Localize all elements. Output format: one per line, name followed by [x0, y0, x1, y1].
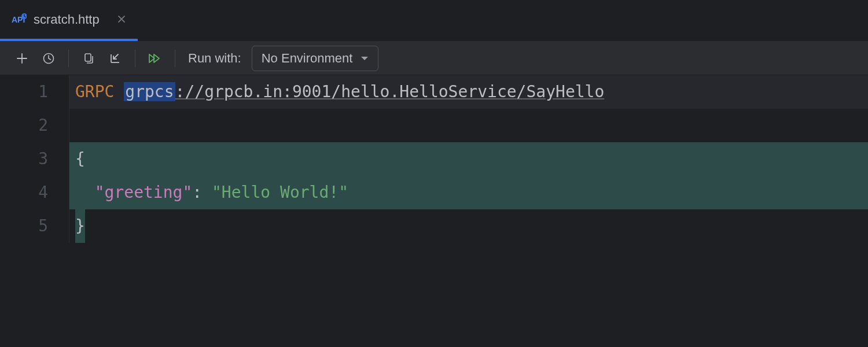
tab-bar: API scratch.http — [0, 0, 868, 42]
chevron-down-icon — [361, 53, 369, 64]
line-number: 5 — [0, 209, 48, 243]
toolbar-separator — [68, 50, 69, 67]
json-string: "Hello World!" — [212, 183, 348, 202]
code-line[interactable]: { — [69, 142, 868, 176]
gutter: 1 2 3 4 5 — [0, 75, 69, 243]
copy-button[interactable] — [78, 48, 99, 69]
toolbar: Run with: No Environment — [0, 42, 868, 75]
environment-select-label: No Environment — [262, 51, 353, 66]
url-scheme-selection: grpcs — [124, 82, 175, 101]
api-file-icon: API — [12, 13, 27, 26]
add-button[interactable] — [12, 48, 32, 69]
tab-label: scratch.http — [34, 12, 100, 27]
editor[interactable]: 1 2 3 4 5 GRPC grpcs://grpcb.in:9001/hel… — [0, 75, 868, 243]
run-with-label: Run with: — [188, 51, 241, 66]
run-all-button[interactable] — [145, 48, 165, 69]
code-area[interactable]: GRPC grpcs://grpcb.in:9001/hello.HelloSe… — [69, 75, 868, 243]
history-button[interactable] — [38, 48, 59, 69]
toolbar-separator — [175, 50, 175, 67]
code-line[interactable]: } — [69, 209, 868, 243]
tab-scratch-http[interactable]: API scratch.http — [0, 0, 138, 41]
code-line[interactable]: "greeting": "Hello World!" — [69, 176, 868, 209]
code-line[interactable]: GRPC grpcs://grpcb.in:9001/hello.HelloSe… — [69, 75, 868, 109]
line-number: 1 — [0, 75, 48, 109]
toolbar-separator — [135, 50, 135, 67]
code-line[interactable] — [69, 109, 868, 142]
import-button[interactable] — [105, 48, 126, 69]
line-number: 2 — [0, 109, 48, 142]
json-key: "greeting" — [95, 183, 193, 202]
line-number: 3 — [0, 142, 48, 176]
svg-rect-3 — [85, 54, 91, 61]
json-colon: : — [192, 183, 212, 202]
line-number: 4 — [0, 176, 48, 209]
environment-select[interactable]: No Environment — [252, 46, 379, 71]
grpc-method-token: GRPC — [75, 82, 114, 101]
brace-open: { — [75, 149, 85, 168]
brace-close: } — [75, 209, 85, 243]
url-token: ://grpcb.in:9001/hello.HelloService/SayH… — [175, 82, 605, 101]
tab-close-icon[interactable] — [117, 12, 126, 27]
